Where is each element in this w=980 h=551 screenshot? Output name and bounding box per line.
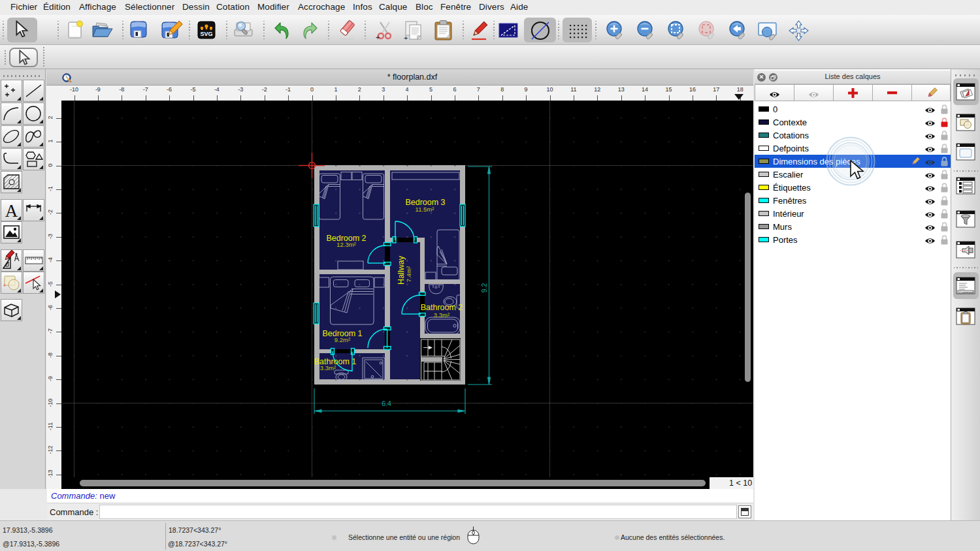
svg-text:A: A	[5, 201, 18, 221]
svg-text:C command: C command	[959, 291, 973, 294]
svg-text:SVG: SVG	[200, 31, 212, 37]
svg-text:+: +	[376, 33, 380, 41]
svg-text:+: +	[404, 34, 408, 42]
